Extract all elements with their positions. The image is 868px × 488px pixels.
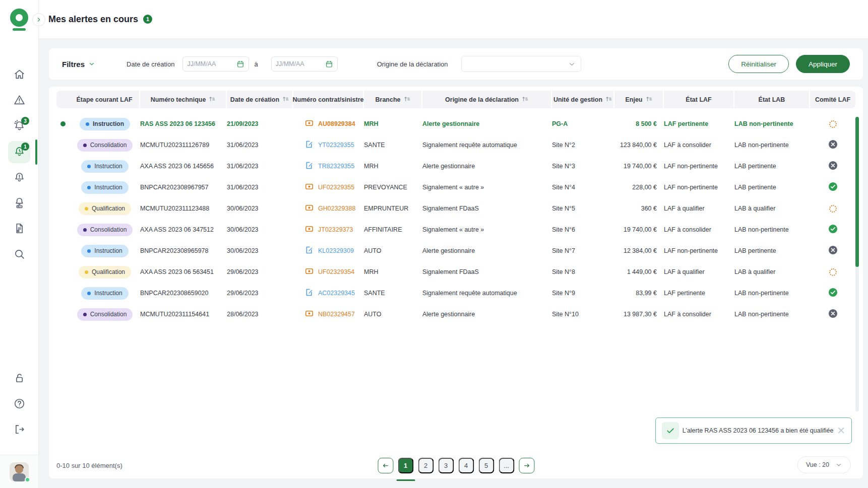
- sort-icon[interactable]: [282, 96, 289, 104]
- cell-numero-technique: AXA ASS 2023 06 563451: [140, 268, 227, 275]
- sidebar-item-bell-ringing[interactable]: 3: [8, 115, 30, 137]
- reset-button[interactable]: Réinitialiser: [728, 55, 789, 73]
- column-header[interactable]: Branche: [364, 91, 422, 108]
- column-header[interactable]: Origine de la déclaration: [422, 91, 552, 108]
- check-circle-icon: [828, 224, 838, 235]
- sort-icon[interactable]: [646, 96, 652, 104]
- cell-etape: Qualification: [70, 202, 140, 215]
- column-header[interactable]: Unité de gestion: [552, 91, 614, 108]
- date-from-input[interactable]: JJ/MM/AA: [182, 56, 249, 72]
- table-row[interactable]: InstructionBNPCAR20230865902029/06/2023A…: [56, 283, 855, 304]
- page-button-4[interactable]: 4: [458, 458, 474, 473]
- avatar-body: [13, 473, 26, 481]
- table-row[interactable]: QualificationAXA ASS 2023 06 56345129/06…: [56, 261, 855, 283]
- cell-contrat-sinistre[interactable]: TR82329355: [293, 161, 364, 172]
- page-ellipsis[interactable]: ...: [499, 458, 514, 473]
- cell-date-creation: 29/06/2023: [227, 290, 293, 297]
- contrat-link[interactable]: JT02329373: [318, 226, 353, 233]
- contrat-link[interactable]: TR82329355: [318, 163, 354, 170]
- table-row[interactable]: QualificationMCMUTU20231112348830/06/202…: [56, 198, 855, 219]
- filters-toggle[interactable]: Filtres: [62, 60, 95, 68]
- sidebar-item-bell-clock[interactable]: 1: [8, 141, 30, 163]
- online-status-dot: [25, 477, 30, 482]
- etape-dot-icon: [86, 122, 89, 126]
- sort-icon[interactable]: [605, 96, 612, 104]
- cell-contrat-sinistre[interactable]: NB02329457: [293, 309, 364, 320]
- contrat-link[interactable]: NB02329457: [318, 311, 355, 318]
- x-circle-icon: [828, 309, 838, 320]
- topbar: Mes alertes en cours 1: [39, 0, 868, 39]
- contrat-link[interactable]: UF02329355: [318, 184, 354, 191]
- apply-button[interactable]: Appliquer: [796, 55, 850, 73]
- contrat-link[interactable]: GH02329388: [318, 205, 355, 212]
- sort-icon[interactable]: [209, 96, 215, 104]
- table-row[interactable]: ConsolidationMCMUTU20231115464128/06/202…: [56, 304, 855, 325]
- toast-close-icon[interactable]: ✕: [837, 426, 845, 436]
- table-row[interactable]: InstructionBNPCAR20230896795731/06/2023U…: [56, 177, 855, 198]
- header-gutter: [56, 91, 70, 108]
- sidebar-item-warning-triangle[interactable]: [8, 90, 30, 112]
- avatar[interactable]: [10, 462, 29, 481]
- etape-badge: Instruction: [80, 118, 130, 130]
- table-row[interactable]: InstructionBNPCAR20230896597830/06/2023K…: [56, 240, 855, 261]
- cell-contrat-sinistre[interactable]: GH02329388: [293, 203, 364, 214]
- page-size-select[interactable]: Vue : 20: [797, 456, 851, 473]
- sinistre-icon: [304, 224, 314, 235]
- sidebar-item-help[interactable]: [8, 393, 30, 415]
- next-page-button[interactable]: [519, 458, 534, 473]
- column-header[interactable]: Date de création: [227, 91, 293, 108]
- contrat-link[interactable]: AU08929384: [318, 120, 355, 127]
- cell-etat-lab: LAB non-pertinente: [734, 142, 810, 149]
- page-button-3[interactable]: 3: [438, 458, 454, 473]
- cell-contrat-sinistre[interactable]: YT02329355: [293, 140, 364, 151]
- date-to-input[interactable]: JJ/MM/AA: [271, 56, 338, 72]
- column-header[interactable]: Numéro technique: [140, 91, 227, 108]
- etape-dot-icon: [87, 249, 91, 253]
- logout-icon: [13, 423, 26, 437]
- cell-contrat-sinistre[interactable]: AU08929384: [293, 118, 364, 129]
- contrat-link[interactable]: KL02329309: [318, 247, 354, 254]
- sidebar-item-logout[interactable]: [8, 419, 30, 441]
- column-header[interactable]: Enjeu: [614, 91, 664, 108]
- page-button-1[interactable]: 1: [398, 458, 413, 473]
- column-header-label: Numéro technique: [151, 96, 206, 103]
- sort-icon[interactable]: [522, 96, 528, 104]
- cell-contrat-sinistre[interactable]: JT02329373: [293, 224, 364, 235]
- sidebar-item-document[interactable]: [8, 218, 30, 240]
- contrat-link[interactable]: UF02329354: [318, 268, 354, 275]
- cell-contrat-sinistre[interactable]: KL02329309: [293, 245, 364, 256]
- cell-comite-laf: [810, 245, 855, 256]
- table-row[interactable]: ConsolidationAXA ASS 2023 06 34751230/06…: [56, 219, 855, 240]
- etape-label: Instruction: [93, 120, 124, 127]
- contrat-link[interactable]: AC02329345: [318, 290, 355, 297]
- date-to-label: à: [254, 60, 258, 68]
- cell-branche: AUTO: [364, 247, 422, 254]
- cell-contrat-sinistre[interactable]: UF02329354: [293, 266, 364, 277]
- column-header-label: Enjeu: [625, 96, 642, 103]
- search-icon: [13, 248, 26, 262]
- bell-lab-icon: LAB: [13, 196, 26, 211]
- sidebar-item-lock-open[interactable]: [8, 368, 30, 390]
- collapse-chevron-button[interactable]: [32, 13, 45, 26]
- sidebar-item-search[interactable]: [8, 244, 30, 266]
- sinistre-icon: [304, 203, 314, 214]
- table-row[interactable]: InstructionAXA ASS 2023 06 14565631/06/2…: [56, 156, 855, 177]
- prev-page-button[interactable]: [378, 458, 393, 473]
- origin-select[interactable]: [461, 56, 581, 72]
- cell-etat-lab: LAB non-pertinente: [734, 311, 810, 318]
- table-row[interactable]: InstructionRAS ASS 2023 06 12345621/09/2…: [56, 113, 855, 134]
- sidebar-item-bell-lab[interactable]: LAB: [8, 192, 30, 215]
- page-button-2[interactable]: 2: [418, 458, 433, 473]
- table-row[interactable]: ConsolidationMCMUTU20231112678931/06/202…: [56, 134, 855, 156]
- sort-icon[interactable]: [404, 96, 410, 104]
- cell-contrat-sinistre[interactable]: UF02329355: [293, 182, 364, 193]
- page-button-5[interactable]: 5: [478, 458, 494, 473]
- table-scrollbar[interactable]: [855, 117, 859, 411]
- sidebar-item-bell-exclamation[interactable]: [8, 167, 30, 189]
- sidebar-item-home[interactable]: [8, 64, 30, 86]
- scrollbar-thumb[interactable]: [855, 117, 859, 267]
- cell-contrat-sinistre[interactable]: AC02329345: [293, 288, 364, 299]
- x-circle-icon: [828, 161, 838, 172]
- contrat-link[interactable]: YT02329355: [318, 142, 354, 149]
- cell-etat-lab: LAB pertinente: [734, 184, 810, 191]
